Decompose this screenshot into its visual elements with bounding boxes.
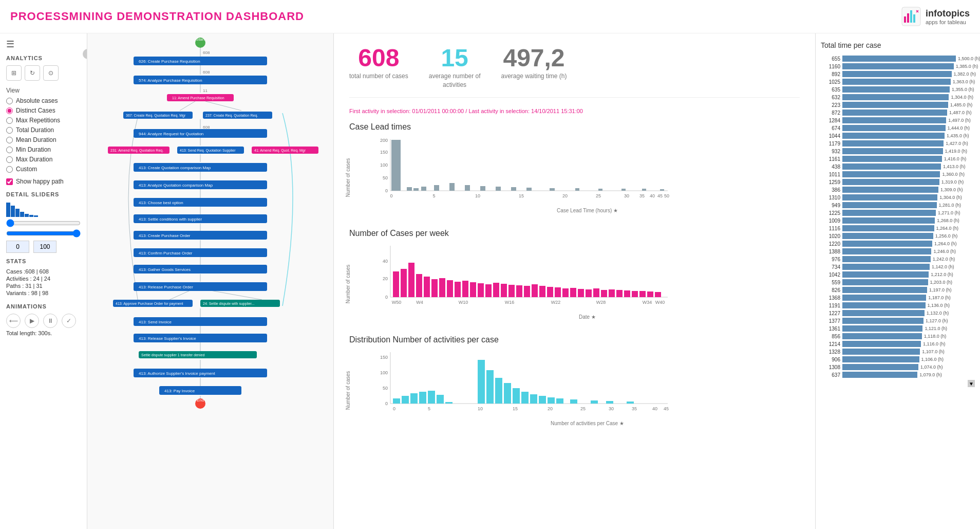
cpw-w10 (462, 281, 468, 297)
bar-label: 1308 (821, 364, 840, 370)
slider-max-input[interactable]: 100 (33, 241, 56, 253)
bar-label: 1361 (821, 326, 840, 332)
cpw-w9 (455, 282, 461, 297)
bar-value: 1,360.0 (h) (942, 172, 965, 177)
slider-left[interactable] (6, 219, 81, 227)
chart-lead-times: Case Lead times Number of cases 0 50 100… (349, 122, 800, 213)
logo-icon (901, 6, 921, 27)
radio-max-rep[interactable]: Max Repetitions (6, 117, 81, 124)
apc-bar-16 (548, 397, 555, 404)
sidebar-collapse-button[interactable]: ‹ (83, 49, 87, 59)
bar-fill (842, 233, 933, 239)
radio-total-dur-label: Total Duration (16, 126, 54, 134)
bar-value: 1,242.0 (h) (933, 257, 955, 262)
radio-min-dur[interactable]: Min Duration (6, 146, 81, 153)
bar-label: 635 (821, 87, 840, 93)
radio-max-rep-label: Max Repetitions (16, 117, 60, 124)
bar-chart-row: 12841,497.0 (h) (821, 117, 975, 123)
anim-check[interactable]: ✓ (62, 314, 76, 328)
bar-fill (842, 295, 926, 301)
anim-pause[interactable]: ⏸ (43, 314, 58, 328)
cpw-w34 (647, 291, 653, 297)
kpi-avg-activities-value: 15 (429, 44, 481, 72)
analytics-icon-1[interactable]: ⊞ (6, 65, 22, 81)
node-settle-cond-text: 413: Settle conditions with supplier (139, 217, 202, 222)
start-label: Start (196, 37, 205, 42)
bar-fill (842, 241, 932, 247)
anim-play[interactable]: ▶ (25, 314, 39, 328)
slider-inputs: 0 100 (6, 241, 81, 253)
slider-right[interactable] (6, 229, 81, 238)
apc-bar-1 (393, 398, 400, 404)
bar-label: 826 (821, 287, 840, 293)
bar-chart-row: 11161,264.0 (h) (821, 225, 975, 231)
svg-text:100: 100 (380, 162, 388, 168)
node-release-po-text: 413: Release Purchase Order (139, 285, 193, 289)
hamburger-menu[interactable]: ☰ (6, 39, 81, 50)
bar-label: 655 (821, 56, 840, 62)
bar-label: 1161 (821, 156, 840, 162)
svg-text:0: 0 (393, 406, 395, 411)
bar-value: 1,118.0 (h) (924, 334, 947, 339)
conn-num-3: 11 (203, 88, 208, 93)
bar-chart-row: 12251,271.0 (h) (821, 210, 975, 216)
lt-bar-2 (407, 187, 412, 191)
bar-fill (842, 163, 941, 170)
bar-value: 1,355.0 (h) (952, 87, 974, 92)
stats-paths: Paths : 31 | 31 (6, 283, 81, 289)
radio-max-dur[interactable]: Max Duration (6, 156, 81, 163)
bar-chart-row: 11611,416.0 (h) (821, 156, 975, 162)
slider-histogram (6, 202, 81, 217)
radio-total-dur[interactable]: Total Duration (6, 126, 81, 134)
kpi-total-cases-value: 608 (349, 44, 408, 72)
radio-min-dur-label: Min Duration (16, 146, 51, 153)
bar-value: 1,427.0 (h) (946, 141, 968, 146)
bar-value: 1,319.0 (h) (941, 179, 964, 185)
bar-value: 1,106.0 (h) (921, 357, 944, 362)
bar-value: 1,500.0 (h) (958, 56, 980, 61)
analytics-icon-3[interactable]: ⊙ (43, 65, 59, 81)
radio-custom[interactable]: Custom (6, 166, 81, 173)
bar-label: 1044 (821, 133, 840, 139)
date-range-prefix: First activity in selection: (349, 108, 412, 114)
svg-text:10: 10 (475, 193, 480, 198)
bar-chart-row: 3861,309.0 (h) (821, 187, 975, 193)
svg-text:40: 40 (650, 193, 655, 198)
anim-rewind[interactable]: ⟵ (6, 314, 21, 328)
bar-value: 1,309.0 (h) (940, 187, 963, 192)
bar-chart-row: 8261,197.0 (h) (821, 287, 975, 293)
radio-mean-dur-label: Mean Duration (16, 136, 56, 143)
bar-value: 1,416.0 (h) (944, 156, 967, 161)
cpw-w31 (624, 290, 630, 297)
bar-chart-row: 10441,435.0 (h) (821, 133, 975, 139)
bar-chart-row: 13771,127.0 (h) (821, 318, 975, 324)
svg-line-20 (169, 290, 190, 300)
apc-bar-3 (410, 393, 418, 404)
hist-bar-7 (34, 215, 38, 217)
kpi-avg-activities: 15 average number of activities (429, 44, 481, 89)
radio-absolute-label: Absolute cases (16, 97, 58, 104)
lead-times-x-label: Case Lead Time (hours) ★ (375, 208, 800, 213)
lt-bar-4 (421, 187, 426, 191)
bar-chart-row: 13881,246.0 (h) (821, 248, 975, 254)
radio-absolute[interactable]: Absolute cases (6, 97, 81, 104)
node-gather-goods-text: 413: Gather Goods Services (139, 267, 191, 272)
bar-fill (842, 63, 954, 69)
date-range-end: 14/10/2011 15:31:00 (531, 108, 583, 114)
lead-times-y-label: Number of cases (345, 158, 351, 197)
svg-text:50: 50 (664, 193, 669, 198)
bar-label: 976 (821, 257, 840, 262)
bar-value: 1,487.0 (h) (949, 110, 972, 115)
slider-min-input[interactable]: 0 (6, 241, 29, 253)
radio-distinct[interactable]: Distinct Cases (6, 107, 81, 114)
logo-sub: apps for tableau (926, 19, 970, 25)
svg-text:0: 0 (390, 193, 392, 198)
bar-label: 632 (821, 95, 840, 100)
bar-fill (842, 187, 938, 193)
bar-chart-row: 12271,132.0 (h) (821, 310, 975, 316)
analytics-icon-2[interactable]: ↻ (25, 65, 40, 81)
scroll-down-button[interactable]: ▼ (968, 380, 975, 387)
happy-path-checkbox[interactable]: Show happy path (6, 178, 81, 185)
bar-value: 1,246.0 (h) (933, 249, 956, 254)
radio-mean-dur[interactable]: Mean Duration (6, 136, 81, 143)
